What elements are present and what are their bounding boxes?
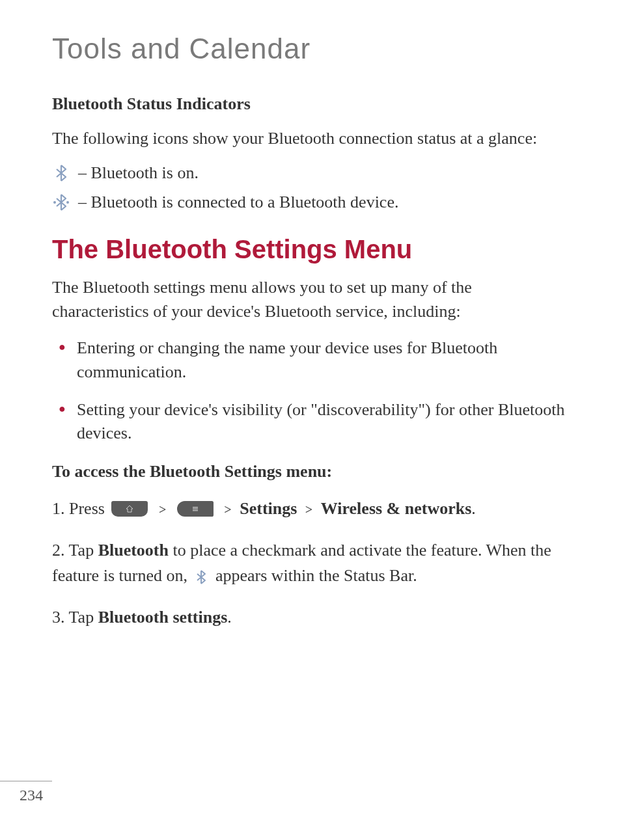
page-footer-line <box>0 781 52 781</box>
page-title: Tools and Calendar <box>52 33 569 65</box>
step-1: 1. Press > > Settings > Wireless & netwo… <box>52 496 569 521</box>
indicator-row-connected: – Bluetooth is connected to a Bluetooth … <box>52 193 569 212</box>
svg-rect-4 <box>193 510 198 511</box>
intro-text: The following icons show your Bluetooth … <box>52 127 569 150</box>
bluetooth-connected-icon <box>52 193 70 211</box>
manual-page: Tools and Calendar Bluetooth Status Indi… <box>0 0 621 630</box>
menu-key-icon <box>177 501 214 517</box>
step-prefix: 2. Tap <box>52 541 98 560</box>
period: . <box>471 499 476 518</box>
indicator-label-on: – Bluetooth is on. <box>78 163 199 183</box>
section-subtitle: Bluetooth Status Indicators <box>52 94 569 114</box>
bullet-list: Entering or changing the name your devic… <box>52 336 569 446</box>
step-prefix: 3. Tap <box>52 608 98 627</box>
list-item: Setting your device's visibility (or "di… <box>52 398 569 446</box>
page-number: 234 <box>20 787 43 804</box>
settings-intro: The Bluetooth settings menu allows you t… <box>52 276 569 323</box>
section-heading: The Bluetooth Settings Menu <box>52 235 569 264</box>
indicator-label-connected: – Bluetooth is connected to a Bluetooth … <box>78 193 398 212</box>
sub-heading: To access the Bluetooth Settings menu: <box>52 462 569 481</box>
bluetooth-label: Bluetooth <box>98 541 169 560</box>
indicator-row-on: – Bluetooth is on. <box>52 163 569 183</box>
chevron-right-icon: > <box>305 502 312 517</box>
bluetooth-settings-label: Bluetooth settings <box>98 608 228 627</box>
svg-point-1 <box>66 201 69 204</box>
svg-rect-2 <box>193 507 198 508</box>
chevron-right-icon: > <box>224 502 231 517</box>
chevron-right-icon: > <box>159 502 166 517</box>
step-suffix: . <box>227 608 232 627</box>
home-key-icon <box>111 501 148 517</box>
step-suffix: appears within the Status Bar. <box>211 566 417 585</box>
svg-point-0 <box>53 201 56 204</box>
bluetooth-icon <box>194 569 208 586</box>
step-2: 2. Tap Bluetooth to place a checkmark an… <box>52 537 569 588</box>
step-prefix: 1. Press <box>52 499 109 518</box>
svg-rect-3 <box>193 508 198 509</box>
step-3: 3. Tap Bluetooth settings. <box>52 604 569 630</box>
list-item: Entering or changing the name your devic… <box>52 336 569 384</box>
bluetooth-on-icon <box>52 164 70 182</box>
settings-label: Settings <box>240 499 297 518</box>
step-list: 1. Press > > Settings > Wireless & netwo… <box>52 496 569 630</box>
wireless-label: Wireless & networks <box>321 499 472 518</box>
